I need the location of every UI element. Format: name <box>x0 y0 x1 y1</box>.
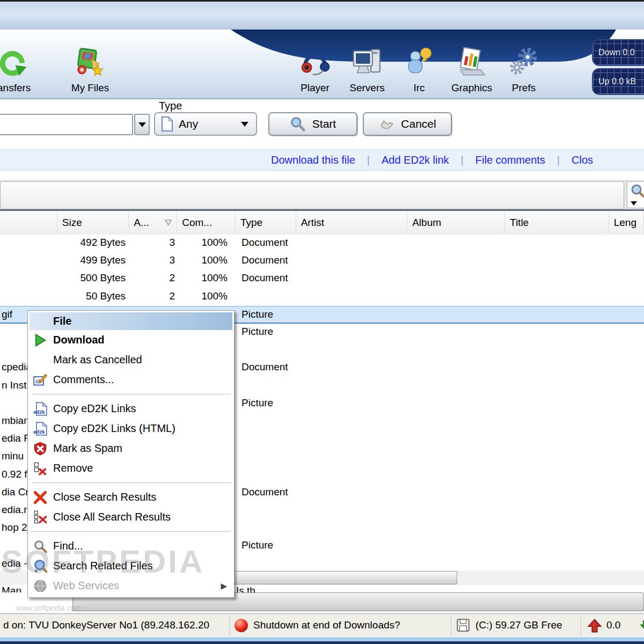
menu-item-mark-as-spam[interactable]: Mark as Spam <box>30 438 232 458</box>
toolbar-item-servers[interactable]: Servers <box>338 46 397 99</box>
toolbar-item-player[interactable]: Player <box>286 46 345 99</box>
menu-item-comments[interactable]: abComments... <box>30 370 232 390</box>
search-input[interactable] <box>0 114 133 135</box>
menu-item-label: Comments... <box>53 374 114 386</box>
result-row[interactable]: 492 Bytes3100%Document <box>0 235 644 252</box>
toolbar-item-my-files[interactable]: My Files <box>61 46 120 99</box>
column-header-label: Type <box>240 217 262 229</box>
close-all-icon <box>33 510 47 524</box>
no-icon <box>33 353 47 367</box>
context-menu-title: File <box>30 312 232 330</box>
cell-complete: 100% <box>177 272 228 284</box>
cell-type: Document <box>241 361 288 373</box>
menu-item-web-services[interactable]: Web Services▶ <box>30 576 232 596</box>
file-type-value: Any <box>179 118 241 130</box>
menu-item-search-related-files[interactable]: Search Related Files <box>30 556 232 576</box>
menu-item-copy-ed2k-links-html[interactable]: ed2kCopy eD2K Links (HTML) <box>30 419 232 438</box>
ed2k-icon: ed2k <box>33 422 47 436</box>
toolbar-item-label: Player <box>286 82 345 94</box>
menu-item-mark-as-cancelled[interactable]: Mark as Cancelled <box>30 350 232 370</box>
shutdown-status[interactable]: Shutdown at end of Downloads? <box>253 619 400 631</box>
toolbar-item-label: Servers <box>338 82 397 94</box>
link-divider: | <box>367 154 370 166</box>
menu-item-remove[interactable]: Remove <box>30 458 232 478</box>
cell-complete: 100% <box>177 237 228 248</box>
statusbar-divider <box>581 616 581 635</box>
link-clos[interactable]: Clos <box>572 154 593 166</box>
bottom-navy-edge <box>0 641 644 644</box>
chevron-down-icon <box>631 201 637 206</box>
toolbar-item-prefs[interactable]: Prefs <box>494 46 553 99</box>
speed-meters: Down 0.0 Up 0.0 kB <box>592 39 644 99</box>
title-bar <box>0 0 644 30</box>
download-speed-value: Down 0.0 <box>593 48 635 57</box>
column-header-album[interactable]: Album <box>407 211 505 235</box>
file-type-select[interactable]: Any <box>154 112 257 136</box>
cell-availability: 2 <box>129 272 175 284</box>
toolbar-item-irc[interactable]: Irc <box>390 46 449 99</box>
column-header-artist[interactable]: Artist <box>296 211 408 235</box>
column-header-leng[interactable]: Leng <box>609 211 644 235</box>
menu-item-find[interactable]: Find... <box>30 536 232 556</box>
results-tab-strip <box>0 180 644 209</box>
column-header-title[interactable]: Title <box>505 211 609 235</box>
result-row[interactable]: 499 Bytes3100%Document <box>0 252 644 270</box>
toolbar-item-graphics[interactable]: Graphics <box>442 46 501 99</box>
status-bar: d on: TVU DonkeyServer No1 (89.248.162.2… <box>0 613 644 636</box>
cancel-button[interactable]: Cancel <box>363 112 452 136</box>
document-icon <box>159 116 174 132</box>
menu-item-close-search-results[interactable]: Close Search Results <box>30 487 232 507</box>
cell-availability: 3 <box>129 254 175 266</box>
result-row[interactable]: 50 Bytes2100% <box>0 288 644 306</box>
spam-icon <box>33 442 47 456</box>
column-header-size[interactable]: Size <box>57 211 129 235</box>
column-header-item[interactable] <box>0 211 57 235</box>
chevron-down-icon <box>138 122 146 127</box>
search-related-icon <box>33 559 47 573</box>
search-parameters-button[interactable] <box>627 181 644 208</box>
column-header-a[interactable]: A... <box>129 211 177 235</box>
link-file-comments[interactable]: File comments <box>475 154 545 166</box>
start-button[interactable]: Start <box>268 112 357 136</box>
active-search-tab[interactable] <box>0 181 624 209</box>
menu-item-label: Copy eD2K Links <box>53 402 136 415</box>
menu-item-label: Close All Search Results <box>53 511 171 523</box>
toolbar-item-label: Irc <box>390 82 449 94</box>
column-header-type[interactable]: Type <box>236 211 296 235</box>
column-header-label: Title <box>510 217 529 229</box>
menu-item-label: Find... <box>53 540 83 552</box>
menu-separator <box>30 390 232 399</box>
menu-item-copy-ed2k-links[interactable]: ed2kCopy eD2K Links <box>30 399 232 419</box>
toolbar-item-label: My Files <box>61 82 120 94</box>
result-row[interactable]: 500 Bytes2100%Document <box>0 270 644 288</box>
link-add-ed2k-link[interactable]: Add ED2k link <box>382 154 449 166</box>
upload-arrow-icon <box>587 618 602 633</box>
toolbar-item-label: Prefs <box>494 82 553 94</box>
toolbar-item-transfers[interactable]: ransfers <box>0 46 42 99</box>
link-download-this-file[interactable]: Download this file <box>271 154 355 166</box>
cell-size: 500 Bytes <box>58 272 126 284</box>
search-controls: Type Any Start Cancel <box>0 100 644 149</box>
link-divider: | <box>461 154 464 166</box>
column-header-com[interactable]: Com... <box>177 211 236 235</box>
upload-speed-status: 0.0 <box>606 619 620 631</box>
cell-complete: 100% <box>177 290 228 302</box>
menu-separator <box>30 478 232 487</box>
cell-availability: 2 <box>129 290 175 302</box>
cell-type: Document <box>241 237 288 248</box>
graphics-icon <box>442 46 501 79</box>
prefs-icon <box>494 46 553 79</box>
column-header-label: Album <box>412 217 441 229</box>
servers-icon <box>338 46 397 79</box>
column-header-label: A... <box>134 217 149 229</box>
menu-item-close-all-search-results[interactable]: Close All Search Results <box>30 507 232 527</box>
comments-icon: ab <box>33 373 47 387</box>
link-divider: | <box>557 154 560 166</box>
cancel-button-label: Cancel <box>401 118 436 130</box>
search-history-dropdown-button[interactable] <box>134 114 150 135</box>
shutdown-indicator-icon[interactable] <box>235 619 248 632</box>
results-table-header: SizeA...Com...TypeArtistAlbumTitleLeng <box>0 211 644 235</box>
web-services-icon <box>33 579 47 593</box>
menu-item-download[interactable]: Download <box>30 330 232 350</box>
emule-window: ransfersMy FilesPlayerServersIrcGraphics… <box>0 0 644 644</box>
